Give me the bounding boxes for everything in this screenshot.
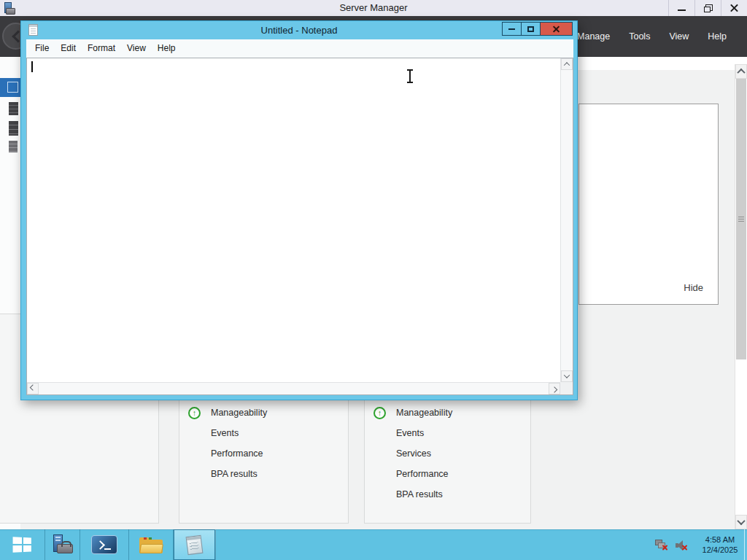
scroll-down-arrow[interactable] [561,370,573,382]
close-button[interactable] [540,22,573,36]
red-x-badge-icon [662,545,668,551]
tile-row-label: Performance [188,448,263,459]
taskbar-powershell-button[interactable] [80,529,129,560]
taskbar-server-manager-button[interactable] [45,529,80,560]
tile-row-label: Manageability [396,408,452,418]
mouse-cursor-ibeam-icon [406,69,414,83]
status-up-icon: ↑ [374,407,386,419]
system-tray: 4:58 AM 12/4/2025 [655,529,744,560]
thumb-grip-icon [738,217,744,222]
hide-button[interactable]: Hide [684,282,703,293]
chevron-down-icon [564,372,570,378]
scroll-up-arrow[interactable] [561,58,573,70]
menu-view[interactable]: View [669,31,689,42]
scroll-down-arrow[interactable] [735,515,747,529]
minimize-icon [678,9,686,11]
powershell-icon [91,535,117,554]
welcome-panel: Hide [578,104,719,305]
sidebar-item-icon[interactable] [9,102,18,115]
minimize-button[interactable] [668,0,694,16]
tile-row-events[interactable]: Events [188,423,344,443]
server-manager-menu: Manage Tools View Help [577,16,727,57]
scrollbar-thumb[interactable] [736,79,746,359]
server-manager-icon [52,534,74,555]
tile-row-label: Events [374,428,424,438]
windows-logo-icon [12,537,31,552]
start-button[interactable] [0,529,45,560]
scroll-right-arrow[interactable] [549,383,560,394]
notepad-text-area[interactable] [27,58,560,382]
show-desktop-button[interactable] [744,529,747,560]
notepad-titlebar[interactable]: Untitled - Notepad [21,21,577,39]
menu-format[interactable]: Format [82,39,121,58]
status-up-icon: ↑ [188,407,201,419]
close-icon [552,25,560,33]
tile-row-manageability[interactable]: ↑ Manageability [188,402,344,423]
tile-row-performance[interactable]: Performance [188,443,344,464]
menu-file[interactable]: File [29,39,55,58]
tile-row-label: BPA results [374,489,443,499]
restore-icon [704,4,713,12]
tile-row-label: Manageability [211,408,267,418]
taskbar-clock[interactable]: 4:58 AM 12/4/2025 [696,534,744,555]
notepad-horizontal-scrollbar[interactable] [27,382,560,394]
minimize-button[interactable] [502,22,522,36]
sidebar-item-icon[interactable] [9,121,18,136]
restore-button[interactable] [694,0,721,16]
tile-row-label: Services [374,448,431,459]
tile-row-label: BPA results [188,469,258,479]
close-button[interactable] [721,0,747,16]
menu-edit[interactable]: Edit [55,39,82,58]
tile-row-events[interactable]: Events [374,423,526,443]
sidebar-item-icon[interactable] [9,141,18,152]
dashboard-icon [7,82,18,93]
desktop: Server Manager Manage Tools View Help ↑ [0,0,747,560]
tile-row-label: Performance [374,469,449,479]
notepad-window-title: Untitled - Notepad [21,21,577,39]
notepad-client-area [26,58,573,395]
folder-icon [139,535,163,554]
maximize-button[interactable] [521,22,541,36]
menu-tools[interactable]: Tools [629,31,650,42]
notepad-icon [186,534,204,554]
close-icon [729,4,739,13]
clock-date: 12/4/2025 [696,545,744,555]
notepad-vertical-scrollbar[interactable] [560,58,573,382]
tile-row-manageability[interactable]: ↑ Manageability [374,402,526,423]
chevron-up-icon [737,69,745,77]
maximize-icon [527,26,534,32]
minimize-icon [508,28,515,30]
taskbar: 4:58 AM 12/4/2025 [0,529,747,560]
window-controls [668,0,747,16]
tile-row-services[interactable]: Services [374,443,526,464]
chevron-down-icon [737,517,745,525]
tile-row-bpa-results[interactable]: BPA results [188,464,344,484]
network-disconnected-icon[interactable] [655,539,668,551]
notepad-window: Untitled - Notepad File Edit Format View… [20,20,578,400]
menu-manage[interactable]: Manage [577,31,610,42]
resize-grip[interactable] [560,382,573,394]
chevron-left-icon [30,384,36,390]
text-caret [31,61,33,72]
tile-row-performance[interactable]: Performance [374,464,526,484]
scroll-left-arrow[interactable] [27,383,39,394]
menu-view[interactable]: View [121,39,152,58]
taskbar-buttons [0,529,216,560]
red-x-badge-icon [681,545,688,551]
tile-row-label: Events [188,428,239,438]
menu-help[interactable]: Help [152,39,182,58]
chevron-up-icon [564,62,570,68]
clock-time: 4:58 AM [696,534,744,545]
server-manager-vertical-scrollbar[interactable] [735,64,747,529]
sidebar-item-dashboard[interactable] [0,78,20,97]
taskbar-notepad-button[interactable] [174,529,216,560]
window-controls [503,22,573,36]
notepad-menubar: File Edit Format View Help [26,39,573,58]
volume-muted-icon[interactable] [675,539,688,551]
server-manager-window-title: Server Manager [0,0,747,16]
scroll-up-arrow[interactable] [735,64,747,79]
taskbar-file-explorer-button[interactable] [129,529,174,560]
server-manager-titlebar[interactable]: Server Manager [0,0,747,16]
menu-help[interactable]: Help [708,31,727,42]
tile-row-bpa-results[interactable]: BPA results [374,484,526,505]
